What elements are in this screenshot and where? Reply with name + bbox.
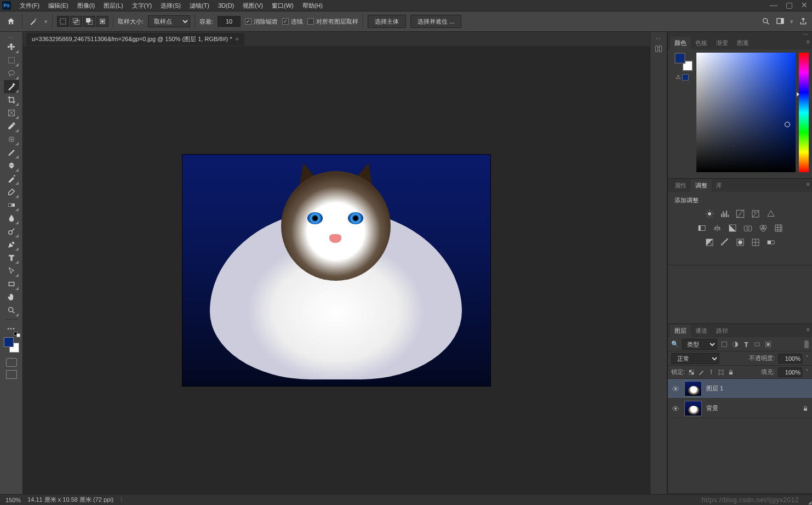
screen-mode-button[interactable]	[6, 370, 17, 379]
history-panel-icon[interactable]	[653, 43, 665, 55]
threshold-icon[interactable]	[735, 237, 745, 247]
menu-3d[interactable]: 3D(D)	[214, 1, 238, 10]
blend-mode-select[interactable]: 正常	[671, 353, 719, 364]
filter-adjust-icon[interactable]	[731, 341, 739, 348]
marquee-tool[interactable]	[4, 54, 19, 67]
color-field[interactable]	[696, 53, 796, 172]
layer-name[interactable]: 背景	[706, 404, 718, 412]
tab-layers[interactable]: 图层	[670, 325, 691, 337]
lock-all-icon[interactable]	[728, 369, 734, 376]
levels-icon[interactable]	[720, 209, 730, 219]
menu-edit[interactable]: 编辑(E)	[44, 1, 73, 11]
tab-adjustments[interactable]: 调整	[691, 179, 712, 192]
minimize-button[interactable]: —	[766, 0, 781, 10]
path-selection-tool[interactable]	[4, 264, 19, 277]
menu-image[interactable]: 图像(I)	[73, 1, 99, 11]
collapse-handle-icon[interactable]: ‹‹	[650, 36, 667, 41]
gradient-map-icon[interactable]	[766, 237, 776, 247]
tool-preset-icon[interactable]	[27, 15, 40, 28]
panel-menu-icon[interactable]: ≡	[807, 181, 810, 188]
layer-filter-select[interactable]: 类型	[682, 339, 717, 350]
home-button[interactable]	[4, 15, 18, 28]
vibrance-icon[interactable]	[766, 209, 776, 219]
document-tab[interactable]: u=3363295869,2467511306&fm=26&gp=0.jpg @…	[26, 33, 244, 46]
pen-tool[interactable]	[4, 238, 19, 251]
lock-transparency-icon[interactable]	[688, 369, 695, 376]
menu-select[interactable]: 选择(S)	[156, 1, 185, 11]
panel-menu-icon[interactable]: ≡	[807, 326, 810, 333]
maximize-button[interactable]: ▢	[781, 0, 797, 10]
menu-file[interactable]: 文件(F)	[15, 1, 44, 11]
selective-color-icon[interactable]	[751, 237, 760, 247]
tolerance-input[interactable]	[218, 16, 241, 27]
menu-window[interactable]: 窗口(W)	[267, 1, 298, 11]
zoom-level[interactable]: 150%	[5, 497, 21, 503]
brightness-icon[interactable]	[705, 209, 714, 219]
document-info[interactable]: 14.11 厘米 x 10.58 厘米 (72 ppi)	[27, 496, 113, 504]
tab-color[interactable]: 颜色	[670, 37, 691, 49]
tab-gradient[interactable]: 渐变	[712, 37, 733, 49]
healing-brush-tool[interactable]	[4, 133, 19, 146]
history-brush-tool[interactable]	[4, 172, 19, 185]
filter-pixel-icon[interactable]	[720, 341, 728, 348]
move-tool[interactable]	[4, 41, 19, 54]
photo-filter-icon[interactable]	[743, 223, 753, 233]
hue-saturation-icon[interactable]	[697, 223, 707, 233]
opacity-input[interactable]	[778, 354, 802, 364]
color-picker-handle[interactable]	[785, 122, 790, 127]
close-icon[interactable]: ×	[236, 36, 239, 42]
workspace-icon[interactable]	[776, 17, 785, 26]
lock-position-icon[interactable]	[708, 369, 714, 376]
foreground-color-swatch[interactable]	[4, 337, 14, 347]
filter-smart-icon[interactable]	[764, 341, 772, 348]
hue-handle-icon[interactable]	[797, 92, 799, 97]
quick-mask-button[interactable]	[6, 358, 17, 367]
select-subject-button[interactable]: 选择主体	[368, 15, 406, 28]
canvas[interactable]	[23, 46, 650, 494]
share-icon[interactable]	[799, 17, 808, 26]
hand-tool[interactable]	[4, 291, 19, 304]
selection-new-button[interactable]	[57, 16, 69, 27]
brush-tool[interactable]	[4, 146, 19, 159]
curves-icon[interactable]	[735, 209, 745, 219]
crop-tool[interactable]	[4, 93, 19, 106]
close-button[interactable]: ✕	[797, 0, 812, 10]
channel-mixer-icon[interactable]	[758, 223, 768, 233]
tab-pattern[interactable]: 图案	[733, 37, 753, 49]
frame-tool[interactable]	[4, 106, 19, 120]
color-fgbg-swatch[interactable]	[674, 53, 690, 68]
eyedropper-tool[interactable]	[4, 120, 19, 133]
black-white-icon[interactable]	[728, 223, 737, 233]
fill-input[interactable]	[778, 367, 802, 377]
visibility-icon[interactable]	[671, 385, 680, 393]
foreground-background-swatch[interactable]	[4, 337, 19, 353]
tab-paths[interactable]: 路径	[712, 325, 733, 337]
gamut-warning[interactable]: ⚠	[676, 73, 689, 81]
tab-libraries[interactable]: 库	[712, 179, 727, 192]
tab-swatches[interactable]: 色板	[691, 37, 712, 49]
contiguous-checkbox[interactable]: 连续	[282, 18, 303, 26]
magic-wand-tool[interactable]	[4, 80, 19, 93]
posterize-icon[interactable]	[720, 237, 730, 247]
menu-type[interactable]: 文字(Y)	[128, 1, 157, 11]
lock-pixels-icon[interactable]	[698, 369, 705, 376]
menu-help[interactable]: 帮助(H)	[298, 1, 327, 11]
invert-icon[interactable]	[705, 237, 714, 247]
blur-tool[interactable]	[4, 212, 19, 225]
gradient-tool[interactable]	[4, 198, 19, 212]
zoom-tool[interactable]	[4, 304, 19, 317]
selection-add-button[interactable]	[70, 16, 82, 27]
layer-thumbnail[interactable]	[684, 381, 702, 396]
sample-size-select[interactable]: 取样点	[148, 15, 190, 27]
layer-thumbnail[interactable]	[684, 401, 702, 416]
rectangle-tool[interactable]	[4, 277, 19, 291]
layer-row[interactable]: 背景	[668, 399, 812, 418]
selection-intersect-button[interactable]	[96, 16, 108, 27]
antialias-checkbox[interactable]: 消除锯齿	[245, 18, 278, 26]
tab-properties[interactable]: 属性	[670, 179, 691, 192]
filter-shape-icon[interactable]	[753, 341, 761, 348]
exposure-icon[interactable]	[751, 209, 760, 219]
lasso-tool[interactable]	[4, 67, 19, 80]
dodge-tool[interactable]	[4, 225, 19, 238]
select-and-mask-button[interactable]: 选择并遮住 ...	[410, 15, 461, 28]
